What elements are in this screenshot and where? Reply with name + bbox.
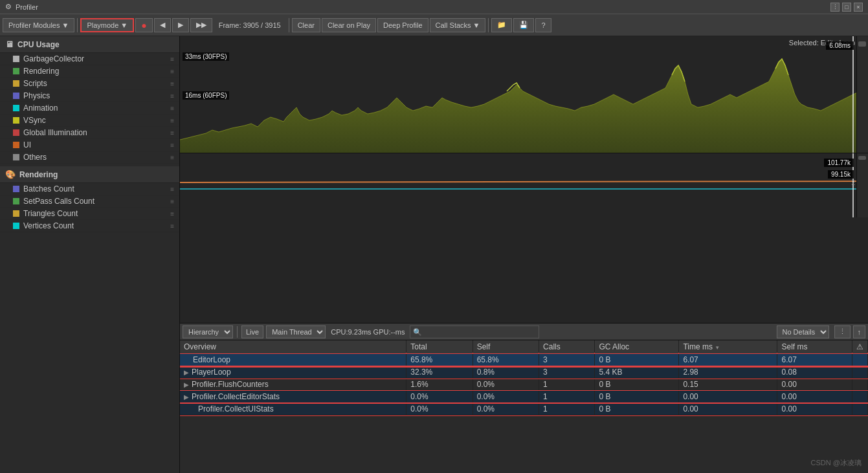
cell-time-ms: 0.15 xyxy=(679,379,777,391)
th-self-ms[interactable]: Self ms xyxy=(777,340,852,354)
rendering-chart[interactable]: 101.77k 99.15k 2 xyxy=(180,153,868,217)
drag-handle[interactable]: ≡ xyxy=(168,68,174,75)
expand-panel-btn[interactable]: ↑ xyxy=(853,325,866,338)
drag-handle[interactable]: ≡ xyxy=(168,210,174,217)
sidebar-item-global-illumination[interactable]: Global Illumination ≡ xyxy=(0,127,179,139)
th-self[interactable]: Self xyxy=(473,340,539,354)
load-btn[interactable]: 📁 xyxy=(491,18,512,32)
prev-frame-btn[interactable]: ◀ xyxy=(154,18,171,32)
cell-self-ms: 0.00 xyxy=(777,403,852,415)
item-label: VSync xyxy=(23,116,168,125)
prev-single-frame-btn[interactable]: ▶ xyxy=(172,18,189,32)
more-options-btn[interactable]: ⋮ xyxy=(830,3,840,12)
close-btn[interactable]: × xyxy=(854,3,863,12)
record-btn[interactable]: ● xyxy=(135,18,152,32)
save-btn[interactable]: 💾 xyxy=(513,18,534,32)
sidebar-item-triangles-count[interactable]: Triangles Count ≡ xyxy=(0,208,179,220)
sidebar-item-vertices-count[interactable]: Vertices Count ≡ xyxy=(0,220,179,232)
sidebar-item-setpass-calls-count[interactable]: SetPass Calls Count ≡ xyxy=(0,195,179,208)
table-row[interactable]: Profiler.CollectUIStats 0.0% 0.0% 1 0 B … xyxy=(180,403,868,415)
drag-handle[interactable]: ≡ xyxy=(168,198,174,205)
table-row[interactable]: EditorLoop 65.8% 65.8% 3 0 B 6.07 6.07 xyxy=(180,354,868,366)
separator-1 xyxy=(77,18,78,32)
cell-total: 0.0% xyxy=(406,403,473,415)
clear-btn[interactable]: Clear xyxy=(292,18,320,32)
sidebar-item-others[interactable]: Others ≡ xyxy=(0,151,179,164)
th-calls[interactable]: Calls xyxy=(539,340,595,354)
sidebar-item-batches-count[interactable]: Batches Count ≡ xyxy=(0,183,179,195)
expand-arrow[interactable]: ▶ xyxy=(184,369,189,376)
th-gc-alloc[interactable]: GC Alloc xyxy=(595,340,679,354)
drag-handle[interactable]: ≡ xyxy=(168,56,174,63)
cell-calls: 1 xyxy=(539,403,595,415)
sidebar-item-garbagecollector[interactable]: GarbageCollector ≡ xyxy=(0,53,179,65)
value-99k-tooltip: 99.15k xyxy=(828,170,854,179)
profiler-modules-btn[interactable]: Profiler Modules ▼ xyxy=(3,18,74,32)
maximize-btn[interactable]: □ xyxy=(842,3,851,12)
help-btn[interactable]: ? xyxy=(535,18,551,32)
cell-self-ms: 0.00 xyxy=(777,391,852,403)
drag-handle[interactable]: ≡ xyxy=(168,105,174,112)
item-label: UI xyxy=(23,140,168,149)
table-row[interactable]: ▶Profiler.CollectEditorStats 0.0% 0.0% 1… xyxy=(180,391,868,403)
drag-handle[interactable]: ≡ xyxy=(168,223,174,230)
drag-handle[interactable]: ≡ xyxy=(168,186,174,193)
color-indicator xyxy=(13,186,19,192)
rendering-icon: 🎨 xyxy=(5,170,16,179)
expand-arrow[interactable]: ▶ xyxy=(184,393,189,401)
expand-arrow[interactable]: ▶ xyxy=(184,381,189,388)
cell-warn xyxy=(852,379,868,391)
live-btn[interactable]: Live xyxy=(241,325,263,338)
sidebar-item-rendering[interactable]: Rendering ≡ xyxy=(0,65,179,78)
more-options-btn-bottom[interactable]: ⋮ xyxy=(834,325,851,338)
cell-overview: ▶Profiler.FlushCounters xyxy=(180,379,406,391)
th-overview[interactable]: Overview xyxy=(180,340,406,354)
color-indicator xyxy=(13,56,19,62)
hierarchy-select[interactable]: Hierarchy xyxy=(183,325,233,338)
cell-gc-alloc: 5.4 KB xyxy=(595,366,679,379)
drag-handle[interactable]: ≡ xyxy=(168,129,174,137)
rendering-scrollbar-thumb[interactable] xyxy=(858,156,866,160)
no-details-select[interactable]: No Details xyxy=(777,325,829,338)
drag-handle[interactable]: ≡ xyxy=(168,93,174,100)
item-label: Vertices Count xyxy=(23,221,168,230)
clear-on-play-btn[interactable]: Clear on Play xyxy=(322,18,376,32)
playmode-arrow-icon: ▼ xyxy=(120,21,128,29)
cell-gc-alloc: 0 B xyxy=(595,391,679,403)
rendering-scrollbar[interactable] xyxy=(856,153,868,217)
cell-time-ms: 0.00 xyxy=(679,403,777,415)
playmode-btn[interactable]: Playmode ▼ xyxy=(80,18,134,32)
cpu-chart[interactable]: 33ms (30FPS) 16ms (60FPS) xyxy=(180,36,868,153)
color-indicator xyxy=(13,129,19,136)
cell-self-ms: 0.00 xyxy=(777,379,852,391)
cell-self: 65.8% xyxy=(473,354,539,366)
drag-handle[interactable]: ≡ xyxy=(168,117,174,124)
sidebar-item-scripts[interactable]: Scripts ≡ xyxy=(0,78,179,90)
item-label: SetPass Calls Count xyxy=(23,197,168,206)
table-row[interactable]: ▶Profiler.FlushCounters 1.6% 0.0% 1 0 B … xyxy=(180,379,868,391)
call-stacks-btn[interactable]: Call Stacks ▼ xyxy=(430,18,486,32)
deep-profile-btn[interactable]: Deep Profile xyxy=(377,18,428,32)
sidebar-item-ui[interactable]: UI ≡ xyxy=(0,139,179,151)
separator-2 xyxy=(289,18,289,32)
scrollbar-thumb[interactable] xyxy=(858,41,866,47)
table-scroll[interactable]: Overview Total Self Calls GC Alloc Time … xyxy=(180,340,868,473)
sidebar-item-vsync[interactable]: VSync ≡ xyxy=(0,115,179,127)
chart-scrollbar[interactable] xyxy=(856,36,868,153)
cell-warn xyxy=(852,366,868,379)
table-row[interactable]: ▶PlayerLoop 32.3% 0.8% 3 5.4 KB 2.98 0.0… xyxy=(180,366,868,379)
search-input[interactable] xyxy=(410,325,539,338)
main-thread-select[interactable]: Main Thread xyxy=(266,325,326,338)
next-frame-end-btn[interactable]: ▶▶ xyxy=(190,18,212,32)
sidebar-item-animation[interactable]: Animation ≡ xyxy=(0,102,179,115)
th-time-ms[interactable]: Time ms ▼ xyxy=(679,340,777,354)
value-101k-tooltip: 101.77k xyxy=(824,159,854,167)
th-total[interactable]: Total xyxy=(406,340,473,354)
drag-handle[interactable]: ≡ xyxy=(168,80,174,87)
sidebar-item-physics[interactable]: Physics ≡ xyxy=(0,90,179,102)
cell-total: 1.6% xyxy=(406,379,473,391)
color-indicator xyxy=(13,210,19,217)
drag-handle[interactable]: ≡ xyxy=(168,142,174,149)
window-title: Profiler xyxy=(16,3,38,11)
drag-handle[interactable]: ≡ xyxy=(168,154,174,161)
